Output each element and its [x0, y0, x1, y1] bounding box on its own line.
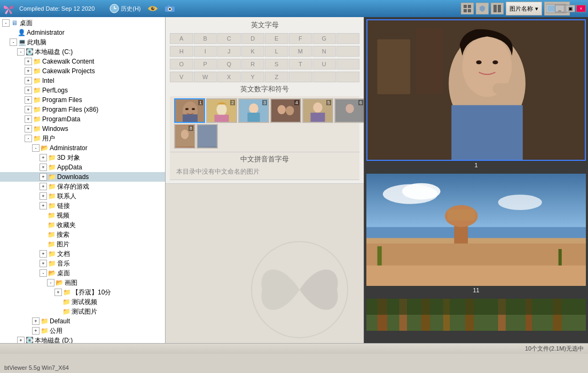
tree-item-pictures[interactable]: 📁 图片: [0, 239, 165, 249]
toggle-links[interactable]: +: [40, 202, 47, 209]
grid4-icon-btn[interactable]: [461, 3, 474, 14]
toggle-localc[interactable]: -: [17, 48, 25, 56]
close-btn[interactable]: ×: [576, 5, 586, 12]
toggle-public[interactable]: +: [32, 327, 40, 335]
toggle-appdata[interactable]: +: [40, 164, 47, 171]
tree-item-savedgames[interactable]: + 📁 保存的游戏: [0, 182, 165, 191]
alpha-cell-t[interactable]: T: [289, 59, 312, 69]
thumb-2[interactable]: 2: [206, 98, 237, 123]
tree-item-test-image[interactable]: 📁 测试图片: [0, 307, 165, 316]
alpha-cell-z[interactable]: Z: [265, 72, 288, 82]
tree-item-qiaocheng[interactable]: + 📁 【乔宬】10分: [0, 287, 165, 297]
sort-dropdown[interactable]: 图片名称 ▾: [506, 2, 542, 15]
thumb-3[interactable]: 3: [238, 98, 269, 123]
toggle-qiaocheng[interactable]: +: [54, 289, 62, 296]
tree-item-programfiles-x86[interactable]: + 📁 Program Files (x86): [0, 105, 165, 114]
tree-item-contacts[interactable]: + 📁 联系人: [0, 191, 165, 201]
tree-item-intel[interactable]: + 📁 Intel: [0, 76, 165, 86]
toggle-default[interactable]: +: [32, 317, 40, 325]
alpha-cell-i[interactable]: I: [194, 46, 217, 57]
minimize-btn[interactable]: _: [555, 5, 565, 12]
thumb-9[interactable]: [197, 124, 218, 149]
alpha-cell-y[interactable]: Y: [241, 72, 265, 82]
thumb-1[interactable]: 1: [174, 98, 205, 123]
toggle-intel[interactable]: +: [25, 77, 32, 84]
alpha-cell-g[interactable]: G: [312, 33, 336, 44]
toggle-cakewalk-projects[interactable]: +: [25, 67, 32, 75]
toggle-windows[interactable]: +: [25, 125, 32, 133]
tree-item-windows[interactable]: + 📁 Windows: [0, 124, 165, 134]
alpha-cell-h[interactable]: H: [170, 46, 193, 57]
tree-item-music[interactable]: + 📁 音乐: [0, 259, 165, 268]
tree-item-default[interactable]: + 📁 Default: [0, 316, 165, 326]
toggle-admin-user[interactable]: -: [32, 144, 40, 152]
tree-item-cakewalk-projects[interactable]: + 📁 Cakewalk Projects: [0, 66, 165, 76]
alpha-cell-w[interactable]: W: [194, 72, 217, 82]
toggle-contacts[interactable]: +: [40, 192, 47, 200]
toggle-desktop[interactable]: -: [2, 19, 10, 27]
alpha-cell-o[interactable]: O: [170, 59, 193, 69]
tree-panel[interactable]: - 🖥 桌面 👤 Administrator - 💻 此电脑: [0, 17, 166, 343]
tree-item-cakewalk-content[interactable]: + 📁 Cakewalk Content: [0, 57, 165, 66]
alpha-cell-d[interactable]: D: [241, 33, 265, 44]
toggle-desktop-sub[interactable]: -: [40, 269, 47, 277]
tree-item-users[interactable]: - 📁 用户: [0, 134, 165, 143]
toggle-programfiles[interactable]: +: [25, 96, 32, 104]
eye-icon-btn[interactable]: [147, 5, 158, 12]
tree-item-locald[interactable]: + 💽 本地磁盘 (D:): [0, 336, 165, 343]
toggle-downloads[interactable]: +: [40, 173, 47, 181]
toggle-music[interactable]: +: [40, 260, 47, 267]
alpha-cell-r[interactable]: R: [241, 59, 265, 69]
alpha-cell-f[interactable]: F: [289, 33, 312, 44]
tree-item-perflogs[interactable]: + 📁 PerfLogs: [0, 86, 165, 95]
toggle-thispc[interactable]: -: [10, 38, 17, 46]
alpha-cell-c[interactable]: C: [217, 33, 241, 44]
toggle-programdata[interactable]: +: [25, 115, 32, 123]
alpha-cell-u[interactable]: U: [312, 59, 336, 69]
tree-item-3d[interactable]: + 📁 3D 对象: [0, 153, 165, 162]
alpha-cell-s[interactable]: S: [265, 59, 288, 69]
toggle-documents[interactable]: +: [40, 250, 47, 258]
tree-item-programdata[interactable]: + 📁 ProgramData: [0, 114, 165, 124]
toggle-paintings[interactable]: -: [47, 279, 54, 286]
tree-item-public[interactable]: + 📁 公用: [0, 326, 165, 336]
tree-item-videos[interactable]: 📁 视频: [0, 211, 165, 220]
shield-icon-btn[interactable]: [476, 3, 489, 14]
toggle-savedgames[interactable]: +: [40, 183, 47, 190]
alpha-cell-b[interactable]: B: [194, 33, 217, 44]
alpha-cell-n[interactable]: N: [312, 46, 336, 57]
alpha-cell-j[interactable]: J: [217, 46, 241, 57]
clock-icon-btn[interactable]: 历史(H): [109, 4, 140, 13]
toggle-programfiles-x86[interactable]: +: [25, 106, 32, 113]
toggle-locald[interactable]: +: [17, 337, 25, 343]
camera-icon-btn[interactable]: [164, 5, 175, 12]
tree-item-documents[interactable]: + 📁 文档: [0, 249, 165, 259]
grid2-icon-btn[interactable]: [491, 3, 504, 14]
tree-item-thispc[interactable]: - 💻 此电脑: [0, 37, 165, 47]
tree-item-searches[interactable]: 📁 搜索: [0, 230, 165, 239]
tree-item-paintings[interactable]: - 📂 画图: [0, 278, 165, 287]
alpha-cell-q[interactable]: Q: [217, 59, 241, 69]
alpha-cell-e[interactable]: E: [265, 33, 288, 44]
alpha-cell-p[interactable]: P: [194, 59, 217, 69]
alpha-cell-a[interactable]: A: [170, 33, 193, 44]
tree-item-admin-user[interactable]: - 📂 Administrator: [0, 143, 165, 153]
thumb-8[interactable]: 8: [174, 124, 195, 149]
tree-item-links[interactable]: + 📁 链接: [0, 201, 165, 211]
tree-item-desktop-sub[interactable]: - 📂 桌面: [0, 268, 165, 278]
tree-item-programfiles[interactable]: + 📁 Program Files: [0, 95, 165, 105]
thumb-4[interactable]: 4: [270, 98, 301, 123]
tree-item-administrator[interactable]: 👤 Administrator: [0, 28, 165, 37]
tree-item-localc[interactable]: - 💽 本地磁盘 (C:): [0, 47, 165, 57]
toggle-perflogs[interactable]: +: [25, 87, 32, 94]
alpha-cell-l[interactable]: L: [265, 46, 288, 57]
toggle-3d[interactable]: +: [40, 154, 47, 161]
toggle-users[interactable]: -: [25, 135, 32, 142]
alpha-cell-m[interactable]: M: [289, 46, 312, 57]
alpha-cell-x[interactable]: X: [217, 72, 241, 82]
tree-item-appdata[interactable]: + 📁 AppData: [0, 162, 165, 172]
tree-item-favorites[interactable]: 📁 收藏夹: [0, 220, 165, 230]
tree-item-downloads[interactable]: + 📁 Downloads: [0, 172, 165, 182]
alpha-cell-v[interactable]: V: [170, 72, 193, 82]
alpha-cell-k[interactable]: K: [241, 46, 265, 57]
